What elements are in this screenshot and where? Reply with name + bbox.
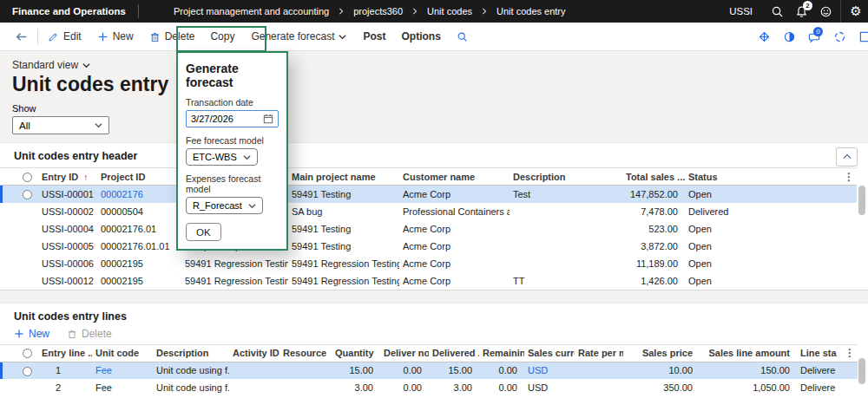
column-header[interactable]: Entry ID↑ [38, 168, 97, 186]
delete-button[interactable]: Delete [141, 23, 203, 50]
show-filter-select[interactable]: All [12, 116, 109, 134]
app-brand-link[interactable]: Finance and Operations [0, 6, 138, 16]
select-all-radio[interactable] [23, 173, 32, 182]
cell-link[interactable]: 00002176 [97, 186, 181, 203]
refresh-icon[interactable] [830, 27, 849, 46]
column-header[interactable]: Description [153, 344, 229, 362]
column-header[interactable]: Line sta [797, 344, 842, 362]
diamond-navigation-icon[interactable] [754, 27, 773, 46]
column-options-icon[interactable]: ⋮ [844, 171, 854, 183]
column-header[interactable]: Customer name [399, 168, 510, 186]
view-selector[interactable]: Standard view [12, 59, 90, 71]
row-select-radio[interactable] [23, 190, 32, 199]
breadcrumb-item-module[interactable]: Project management and accounting [174, 6, 329, 16]
vertical-scrollbar-thumb[interactable] [858, 186, 865, 215]
table-row[interactable]: USSI-000010000217659491 TestingAcme Corp… [0, 186, 857, 203]
cell: 00002195 [97, 272, 181, 290]
search-icon[interactable] [765, 0, 789, 23]
cell: 15.00 [332, 362, 380, 379]
expenses-forecast-model-select[interactable]: R_Forecast [186, 197, 263, 214]
column-header[interactable]: Project ID [97, 168, 181, 186]
cell: Open [685, 238, 841, 255]
column-header[interactable]: Sales line amount [700, 344, 797, 362]
cell: Delivere [797, 379, 842, 396]
column-header[interactable]: Activity ID [229, 344, 279, 362]
row-select-cell [0, 238, 38, 255]
section-title: Unit codes entry lines [0, 303, 868, 328]
expand-window-icon[interactable] [855, 27, 868, 46]
column-header[interactable]: Delivered ... [429, 344, 479, 362]
column-header[interactable]: Entry line ... [38, 344, 92, 362]
table-row[interactable]: 1FeeUnit code using f...15.000.0015.000.… [0, 362, 858, 379]
edit-button[interactable]: Edit [40, 23, 89, 50]
collapse-section-button[interactable] [836, 147, 858, 166]
cell: 10.00 [623, 362, 700, 379]
cell: 7,478.00 [622, 203, 685, 220]
edit-label: Edit [63, 30, 82, 42]
column-header[interactable]: Total sales ... [622, 168, 685, 186]
row-select-cell[interactable] [0, 362, 38, 379]
table-row[interactable]: USSI-000120000219559491 Regression Testi… [0, 272, 857, 290]
copy-button[interactable]: Copy [202, 23, 242, 50]
breadcrumb-item-page[interactable]: Unit codes entry [496, 6, 565, 16]
options-button[interactable]: Options [393, 23, 448, 50]
column-header[interactable]: Remaining... [479, 344, 524, 362]
column-options-icon[interactable]: ⋮ [845, 347, 855, 359]
select-all-radio[interactable] [23, 349, 32, 358]
lines-new-button[interactable]: New [14, 328, 49, 340]
vertical-scrollbar-thumb[interactable] [858, 358, 865, 384]
cell: 59491 Regression Testing [181, 255, 288, 272]
fee-forecast-model-select[interactable]: ETC-WBS [186, 148, 258, 166]
table-row[interactable]: 2FeeUnit code using f...3.000.003.000.00… [0, 379, 858, 396]
view-selector-label: Standard view [12, 59, 78, 71]
contrast-view-icon[interactable] [779, 27, 799, 46]
column-header[interactable]: Description [510, 168, 622, 186]
column-header[interactable]: Sales price [623, 344, 700, 362]
generate-forecast-label: Generate forecast [251, 30, 334, 42]
column-header[interactable]: Rate per m... [575, 344, 623, 362]
plus-icon [14, 329, 24, 339]
back-button[interactable] [7, 23, 36, 50]
top-navigation-bar: Finance and Operations Project managemen… [0, 0, 868, 23]
breadcrumb-item-area[interactable]: projects360 [353, 6, 403, 16]
cell: 2 [38, 379, 92, 396]
column-header[interactable]: Sales curre... [524, 344, 575, 362]
messages-bubble-icon[interactable]: 0 [805, 27, 824, 46]
table-row[interactable]: USSI-0000500002176.01.01Fee plus Exp5949… [0, 238, 857, 255]
table-row[interactable]: USSI-0000400002176.01Exp Testing _ Copy … [0, 220, 857, 238]
ok-button[interactable]: OK [186, 223, 221, 241]
column-header[interactable]: Resource [279, 344, 332, 362]
settings-gear-icon[interactable]: ⚙ [844, 0, 868, 23]
cell: USSI-00004 [38, 220, 97, 238]
breadcrumb-item-group[interactable]: Unit codes [427, 6, 472, 16]
lines-delete-button-disabled[interactable]: Delete [67, 328, 112, 340]
column-header[interactable]: Unit code [92, 344, 153, 362]
transaction-date-value: 3/27/2026 [191, 114, 233, 124]
feedback-smiley-icon[interactable] [813, 0, 838, 23]
row-select-radio[interactable] [23, 367, 32, 376]
post-button[interactable]: Post [355, 23, 393, 50]
calendar-icon[interactable] [263, 114, 273, 124]
cell: Unit code using f... [153, 362, 229, 379]
cell [279, 362, 332, 379]
column-header[interactable]: Status [685, 168, 841, 186]
cell: USSI-00012 [38, 272, 97, 290]
column-header[interactable]: Quantity [332, 344, 380, 362]
new-label: New [113, 30, 134, 42]
cell-link[interactable]: USD [524, 362, 575, 379]
row-more-cell [841, 255, 857, 272]
table-row[interactable]: USSI-0000200000504SA bugSA bugProfession… [0, 203, 857, 220]
row-select-cell [0, 255, 38, 272]
notifications-bell-icon[interactable]: 2 [789, 0, 813, 23]
column-header[interactable]: Main project name [288, 168, 399, 186]
column-header[interactable]: Deliver no... [380, 344, 429, 362]
actionbar-search-icon[interactable] [449, 23, 476, 50]
table-row[interactable]: USSI-000060000219559491 Regression Testi… [0, 255, 857, 272]
cell: 3.00 [429, 379, 479, 396]
new-button[interactable]: New [89, 23, 141, 50]
row-select-cell[interactable] [0, 186, 38, 203]
cell-link[interactable]: Fee [92, 362, 153, 379]
generate-forecast-button[interactable]: Generate forecast [242, 23, 355, 50]
company-picker[interactable]: USSI [729, 6, 753, 16]
transaction-date-input[interactable]: 3/27/2026 [186, 110, 279, 127]
